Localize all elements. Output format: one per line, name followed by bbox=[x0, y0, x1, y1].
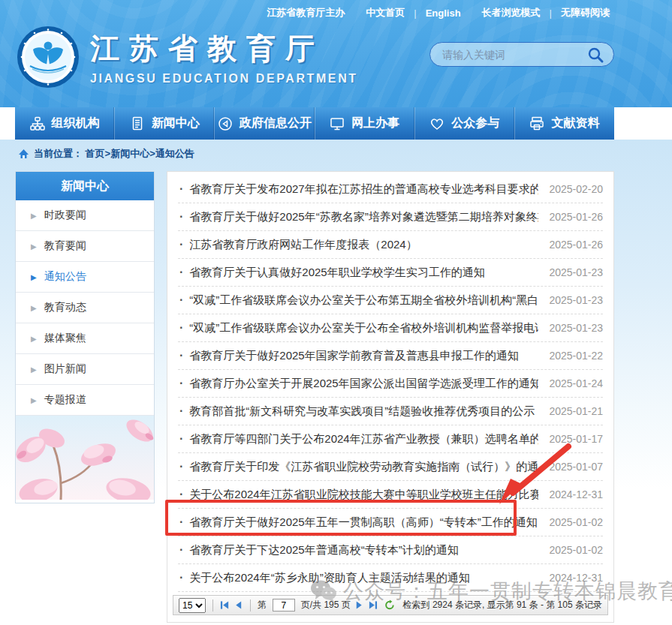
news-title[interactable]: “双减”工作省级联席会议办公室关于公布全省校外培训机构监督举报电话的公... bbox=[189, 321, 538, 335]
list-item[interactable]: · 教育部首批“新文科研究与改革实践项目”结题验收推荐优秀项目的公示 2025-… bbox=[178, 398, 603, 425]
news-title[interactable]: 江苏省教育厅政府网站工作年度报表（2024） bbox=[189, 238, 538, 252]
breadcrumb-text[interactable]: 当前位置： 首页>新闻中心>通知公告 bbox=[34, 147, 194, 161]
triangle-bullet-icon: ▶ bbox=[31, 365, 37, 374]
previous-page-button[interactable] bbox=[234, 600, 243, 610]
news-date: 2025-01-23 bbox=[549, 322, 603, 334]
bullet-icon: · bbox=[179, 432, 183, 446]
nav-item-6[interactable]: 文献资料 bbox=[515, 107, 614, 140]
list-item[interactable]: · 省教育厅关于发布2027年拟在江苏招生的普通高校专业选考科目要求的公告 20… bbox=[178, 176, 603, 203]
bullet-icon: · bbox=[179, 543, 183, 557]
bullet-icon: · bbox=[179, 571, 183, 584]
news-title[interactable]: 省教育厅关于下达2025年普通高校“专转本”计划的通知 bbox=[189, 543, 538, 557]
list-item[interactable]: · “双减”工作省级联席会议办公室关于公布全省校外培训机构监督举报电话的公...… bbox=[178, 314, 603, 342]
list-item[interactable]: · 省教育厅关于印发《江苏省职业院校劳动教育实施指南（试行）》的通知 2025-… bbox=[178, 453, 603, 481]
sidebar-item-label: 专题报道 bbox=[44, 393, 86, 407]
next-page-button[interactable] bbox=[354, 600, 364, 610]
page-label-suffix: 页/共 195 页 bbox=[301, 599, 351, 611]
nav-item-3[interactable]: 政府信息公开 bbox=[215, 107, 315, 140]
list-item[interactable]: · 关于公布2024年“苏乡永助”资助育人主题活动结果的通知 2024-12-3… bbox=[178, 564, 603, 592]
news-date: 2025-02-20 bbox=[549, 183, 603, 195]
sidebar-item-5[interactable]: ▶ 媒体聚焦 bbox=[16, 323, 154, 354]
sidebar-item-3[interactable]: ▶ 通知公告 bbox=[16, 262, 154, 293]
news-title[interactable]: 省教育厅关于做好2025年国家学前教育普及普惠县申报工作的通知 bbox=[189, 349, 538, 363]
list-item[interactable]: · “双减”工作省级联席会议办公室关于公布第五期全省校外培训机构“黑白名单...… bbox=[178, 287, 603, 314]
divider bbox=[212, 599, 213, 611]
last-page-button[interactable] bbox=[368, 600, 378, 610]
triangle-bullet-icon: ▶ bbox=[31, 242, 37, 251]
nav-item-label: 新闻中心 bbox=[152, 116, 200, 131]
sidebar-item-7[interactable]: ▶ 专题报道 bbox=[16, 385, 154, 416]
news-date: 2025-01-23 bbox=[549, 266, 603, 278]
news-doc-icon bbox=[130, 116, 145, 131]
bullet-icon: · bbox=[179, 377, 183, 390]
list-item[interactable]: · 省教育厅关于下达2025年普通高校“专转本”计划的通知 2025-01-02 bbox=[178, 536, 603, 564]
topbar-link-2[interactable]: 中文首页 bbox=[366, 6, 405, 20]
search-icon[interactable] bbox=[586, 46, 604, 64]
bullet-icon: · bbox=[179, 210, 183, 224]
news-title[interactable]: 省教育厅关于做好2025年五年一贯制高职（高师）“专转本”工作的通知 bbox=[189, 515, 538, 530]
bullet-icon: · bbox=[179, 321, 183, 335]
list-item[interactable]: · 江苏省教育厅政府网站工作年度报表（2024） 2025-01-26 bbox=[178, 231, 603, 259]
triangle-bullet-icon: ▶ bbox=[31, 304, 37, 312]
triangle-bullet-icon: ▶ bbox=[31, 335, 37, 343]
archive-icon bbox=[529, 116, 544, 131]
nav-item-2[interactable]: 新闻中心 bbox=[115, 107, 215, 140]
news-title[interactable]: 省教育厅等四部门关于公布2024年江苏省产业教授（兼职）选聘名单的通知 bbox=[189, 432, 538, 446]
news-title[interactable]: 关于公布2024年“苏乡永助”资助育人主题活动结果的通知 bbox=[189, 571, 538, 585]
list-item[interactable]: · 省教育厅关于做好2025年“苏教名家”培养对象遴选暨第二期培养对象终期...… bbox=[178, 203, 603, 231]
nav-item-label: 政府信息公开 bbox=[240, 116, 312, 131]
refresh-icon[interactable] bbox=[384, 599, 395, 611]
page-label-prefix: 第 bbox=[258, 599, 267, 611]
sidebar-item-label: 教育动态 bbox=[44, 301, 86, 314]
nav-item-5[interactable]: 公众参与 bbox=[415, 107, 515, 140]
news-title[interactable]: 省教育厅关于认真做好2025年职业学校学生实习工作的通知 bbox=[189, 266, 538, 280]
site-header: 江苏省教育厅主办中文首页|English长者浏览模式|无障碍阅读 江苏省教育厅 bbox=[0, 0, 672, 107]
sidebar-item-4[interactable]: ▶ 教育动态 bbox=[16, 293, 154, 323]
topbar-divider: | bbox=[414, 8, 416, 19]
sidebar-item-2[interactable]: ▶ 教育要闻 bbox=[16, 231, 154, 262]
page-size-select[interactable]: 15 bbox=[179, 598, 206, 613]
nav-item-label: 网上办事 bbox=[351, 116, 399, 131]
topbar-link-3[interactable]: English bbox=[426, 8, 461, 19]
triangle-bullet-icon: ▶ bbox=[31, 273, 37, 281]
pagination-bar: 15 第 页/共 195 页 检索到 2924 条记录, 显示第 91 条 - … bbox=[173, 595, 608, 615]
first-page-button[interactable] bbox=[220, 600, 230, 610]
news-date: 2024-12-31 bbox=[549, 488, 603, 500]
news-title[interactable]: 省教育厅关于做好2025年“苏教名家”培养对象遴选暨第二期培养对象终期... bbox=[189, 210, 538, 224]
list-item[interactable]: · 省教育厅等四部门关于公布2024年江苏省产业教授（兼职）选聘名单的通知 20… bbox=[178, 425, 603, 453]
jiangsu-education-logo-icon bbox=[17, 26, 80, 89]
news-title[interactable]: 省教育厅关于印发《江苏省职业院校劳动教育实施指南（试行）》的通知 bbox=[189, 460, 538, 474]
page-number-input[interactable] bbox=[273, 599, 295, 611]
topbar-link-5[interactable]: 无障碍阅读 bbox=[561, 6, 610, 20]
nav-item-1[interactable]: 组织机构 bbox=[15, 107, 115, 140]
list-item[interactable]: · 关于公布2024年江苏省职业院校技能大赛中等职业学校班主任能力比赛获奖 20… bbox=[178, 481, 603, 509]
bullet-icon: · bbox=[179, 266, 183, 279]
nav-item-label: 公众参与 bbox=[451, 116, 499, 131]
topbar-link-1[interactable]: 江苏省教育厅主办 bbox=[267, 6, 345, 20]
list-item-highlighted[interactable]: · 省教育厅关于做好2025年五年一贯制高职（高师）“专转本”工作的通知 202… bbox=[178, 509, 603, 536]
list-item[interactable]: · 省教育厅关于做好2025年国家学前教育普及普惠县申报工作的通知 2025-0… bbox=[178, 342, 603, 370]
sidebar-item-6[interactable]: ▶ 图片新闻 bbox=[16, 354, 154, 385]
list-item[interactable]: · 省教育厅办公室关于开展2025年国家公派出国留学选派受理工作的通知 2025… bbox=[178, 370, 603, 398]
news-date: 2025-01-21 bbox=[549, 405, 603, 417]
monitor-icon bbox=[330, 116, 345, 131]
news-title[interactable]: “双减”工作省级联席会议办公室关于公布第五期全省校外培训机构“黑白名单... bbox=[189, 293, 538, 308]
info-disclosure-icon bbox=[218, 116, 233, 131]
sidebar-item-1[interactable]: ▶ 时政要闻 bbox=[16, 200, 154, 231]
news-date: 2025-01-23 bbox=[549, 294, 603, 306]
heart-icon bbox=[429, 116, 444, 131]
news-date: 2025-01-26 bbox=[549, 239, 603, 251]
news-title[interactable]: 省教育厅关于发布2027年拟在江苏招生的普通高校专业选考科目要求的公告 bbox=[189, 182, 538, 197]
news-title[interactable]: 省教育厅办公室关于开展2025年国家公派出国留学选派受理工作的通知 bbox=[189, 377, 538, 391]
bullet-icon: · bbox=[179, 238, 183, 251]
sidebar-item-label: 教育要闻 bbox=[44, 239, 86, 253]
topbar: 江苏省教育厅主办中文首页|English长者浏览模式|无障碍阅读 bbox=[267, 6, 610, 20]
news-title[interactable]: 教育部首批“新文科研究与改革实践项目”结题验收推荐优秀项目的公示 bbox=[189, 404, 538, 419]
nav-item-4[interactable]: 网上办事 bbox=[315, 107, 415, 140]
news-title[interactable]: 关于公布2024年江苏省职业院校技能大赛中等职业学校班主任能力比赛获奖 bbox=[189, 488, 538, 502]
page-subtitle: JIANGSU EDUCATION DEPARTMENT bbox=[90, 72, 358, 86]
search-input[interactable] bbox=[442, 49, 586, 61]
topbar-link-4[interactable]: 长者浏览模式 bbox=[482, 6, 541, 20]
magnolia-flowers-image bbox=[16, 416, 154, 500]
list-item[interactable]: · 省教育厅关于认真做好2025年职业学校学生实习工作的通知 2025-01-2… bbox=[178, 259, 603, 287]
